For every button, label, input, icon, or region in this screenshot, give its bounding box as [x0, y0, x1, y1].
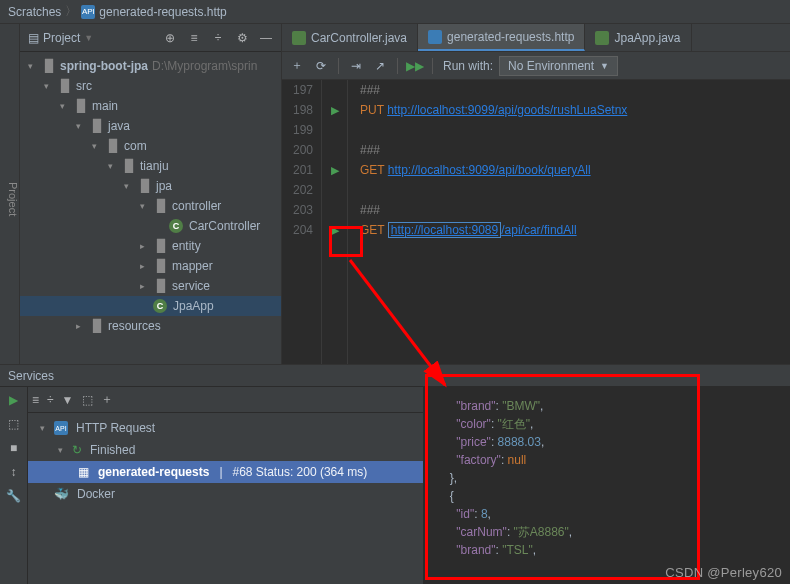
- tree-item[interactable]: ▸▉mapper: [20, 256, 281, 276]
- tool-icon[interactable]: ⬚: [8, 417, 19, 431]
- add-icon[interactable]: ＋: [290, 59, 304, 73]
- service-docker[interactable]: 🐳Docker: [28, 483, 423, 505]
- run-gutter-icon: [322, 80, 347, 100]
- tree-item[interactable]: CCarController: [20, 216, 281, 236]
- run-gutter-icon: [322, 120, 347, 140]
- import-icon[interactable]: ⇥: [349, 59, 363, 73]
- request-icon: ▦: [76, 465, 90, 479]
- project-title: Project: [43, 31, 80, 45]
- tree-item[interactable]: ▾▉controller: [20, 196, 281, 216]
- runwith-label: Run with:: [443, 59, 493, 73]
- docker-icon: 🐳: [54, 487, 69, 501]
- tree-item[interactable]: ▾▉java: [20, 116, 281, 136]
- breadcrumb: Scratches 〉 API generated-requests.http: [0, 0, 790, 24]
- watermark: CSDN @Perley620: [665, 565, 782, 580]
- tool-icon[interactable]: ↕: [11, 465, 17, 479]
- file-icon: [292, 31, 306, 45]
- project-panel: ▤ Project ▼ ⊕ ≡ ÷ ⚙ — ▾▉spring-boot-jpaD…: [20, 24, 282, 364]
- service-request-item[interactable]: ▦generated-requests|#68 Status: 200 (364…: [28, 461, 423, 483]
- run-gutter-icon[interactable]: ▶: [322, 160, 347, 180]
- history-icon[interactable]: ⟳: [314, 59, 328, 73]
- file-icon: [428, 30, 442, 44]
- tree-item[interactable]: ▾▉jpa: [20, 176, 281, 196]
- run-gutter-icon: [322, 140, 347, 160]
- editor-tab[interactable]: JpaApp.java: [585, 24, 691, 51]
- export-icon[interactable]: ↗: [373, 59, 387, 73]
- tab-label: CarController.java: [311, 31, 407, 45]
- expand-icon[interactable]: ≡: [32, 393, 39, 407]
- hide-icon[interactable]: —: [259, 31, 273, 45]
- class-icon: C: [153, 299, 167, 313]
- target-icon[interactable]: ⊕: [163, 31, 177, 45]
- service-http-request[interactable]: ▾APIHTTP Request: [28, 417, 423, 439]
- tab-label: generated-requests.http: [447, 30, 574, 44]
- json-response[interactable]: "brand": "BMW", "color": "红色", "price": …: [423, 387, 790, 584]
- run-gutter-icon[interactable]: ▶: [322, 220, 347, 240]
- tab-label: JpaApp.java: [614, 31, 680, 45]
- tree-item[interactable]: ▾▉tianju: [20, 156, 281, 176]
- file-icon: [595, 31, 609, 45]
- editor-area: CarController.javagenerated-requests.htt…: [282, 24, 790, 364]
- run-gutter-icon[interactable]: ▶: [322, 100, 347, 120]
- http-icon: API: [81, 5, 95, 19]
- services-title: Services: [8, 369, 54, 383]
- breadcrumb-root[interactable]: Scratches: [8, 5, 61, 19]
- tree-item[interactable]: ▾▉main: [20, 96, 281, 116]
- tree-item[interactable]: ▸▉entity: [20, 236, 281, 256]
- wrench-icon[interactable]: 🔧: [6, 489, 21, 503]
- expand-icon[interactable]: ≡: [187, 31, 201, 45]
- run-icon[interactable]: ▶: [9, 393, 18, 407]
- run-all-icon[interactable]: ▶▶: [408, 59, 422, 73]
- editor-tab[interactable]: CarController.java: [282, 24, 418, 51]
- project-icon: ▤: [28, 31, 39, 45]
- stop-icon[interactable]: ■: [10, 441, 17, 455]
- tree-item[interactable]: ▸▉resources: [20, 316, 281, 336]
- services-toolbar-vertical: ▶ ⬚ ■ ↕ 🔧: [0, 387, 28, 584]
- finished-icon: ↻: [72, 443, 82, 457]
- class-icon: C: [169, 219, 183, 233]
- tree-item[interactable]: ▾▉com: [20, 136, 281, 156]
- env-dropdown[interactable]: No Environment ▼: [499, 56, 618, 76]
- filter-icon[interactable]: ▼: [62, 393, 74, 407]
- editor-toolbar: ＋ ⟳ ⇥ ↗ ▶▶ Run with: No Environment ▼: [282, 52, 790, 80]
- add-icon[interactable]: ＋: [101, 391, 113, 408]
- run-gutter-icon: [322, 200, 347, 220]
- editor-tabs: CarController.javagenerated-requests.htt…: [282, 24, 790, 52]
- breadcrumb-file[interactable]: API generated-requests.http: [81, 5, 226, 19]
- code-editor[interactable]: 197198199200201202203204 ▶▶▶ ###PUT http…: [282, 80, 790, 364]
- services-panel: Services ▶ ⬚ ■ ↕ 🔧 ≡ ÷ ▼ ⬚ ＋ ▾APIHTTP Re…: [0, 364, 790, 584]
- tree-item[interactable]: ▸▉service: [20, 276, 281, 296]
- collapse-icon[interactable]: ÷: [47, 393, 54, 407]
- api-icon: API: [54, 421, 68, 435]
- project-tree: ▾▉spring-boot-jpaD:\Myprogram\sprin ▾▉sr…: [20, 52, 281, 364]
- tree-item[interactable]: CJpaApp: [20, 296, 281, 316]
- collapse-icon[interactable]: ÷: [211, 31, 225, 45]
- tree-root[interactable]: ▾▉spring-boot-jpaD:\Myprogram\sprin: [20, 56, 281, 76]
- gear-icon[interactable]: ⚙: [235, 31, 249, 45]
- tree-item[interactable]: ▾▉src: [20, 76, 281, 96]
- service-finished[interactable]: ▾↻Finished: [28, 439, 423, 461]
- run-gutter-icon: [322, 180, 347, 200]
- editor-tab[interactable]: generated-requests.http: [418, 24, 585, 51]
- group-icon[interactable]: ⬚: [82, 393, 93, 407]
- sidebar-tab-project[interactable]: Project: [0, 24, 20, 364]
